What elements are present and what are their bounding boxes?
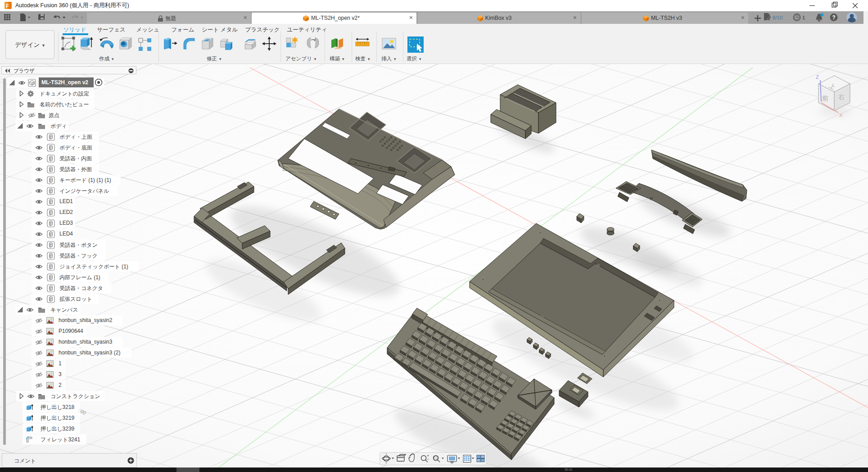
- svg-text:1: 1: [802, 15, 805, 20]
- svg-text:前: 前: [822, 95, 828, 102]
- svg-text:–: –: [427, 457, 429, 461]
- svg-text:Z: Z: [816, 74, 819, 80]
- svg-text:?: ?: [832, 14, 836, 21]
- svg-text:8/10: 8/10: [773, 15, 782, 20]
- svg-text:右: 右: [838, 93, 845, 100]
- svg-text:X: X: [839, 113, 843, 118]
